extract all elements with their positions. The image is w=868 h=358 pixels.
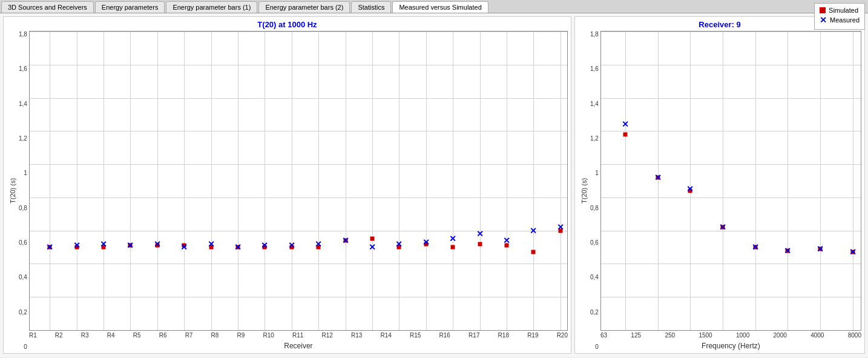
x-tick: R4: [107, 332, 115, 339]
grid-h-line: [30, 330, 567, 331]
grid-v-line: [265, 31, 265, 330]
meas-point: ✕: [503, 236, 510, 245]
meas-point: ✕: [342, 236, 349, 245]
grid-h-line: [601, 65, 861, 65]
left-x-axis-title: Receiver: [29, 340, 568, 350]
sim-point: [531, 250, 536, 254]
meas-point: ✕: [100, 240, 107, 248]
meas-point: ✕: [234, 243, 242, 251]
grid-v-line: [426, 31, 427, 330]
y-tick: 0,8: [590, 205, 599, 211]
right-plot-area: ✕✕✕✕✕✕✕✕: [600, 31, 861, 331]
left-plot-area: ✕✕✕✕✕✕✕✕✕✕✕✕✕✕✕✕✕✕✕✕: [29, 31, 568, 331]
x-tick: 125: [631, 332, 641, 339]
x-tick: R14: [381, 332, 392, 339]
grid-v-line: [533, 31, 534, 330]
left-chart-area: T(20) (s) 1,81,61,41,210,80,60,40,20 ✕✕✕…: [7, 31, 568, 350]
grid-v-line: [561, 31, 561, 330]
meas-point: ✕: [476, 230, 484, 238]
tab-3d-sources-and-receivers[interactable]: 3D Sources and Receivers: [1, 1, 94, 13]
meas-point: ✕: [261, 241, 268, 250]
x-tick: 4000: [810, 332, 824, 339]
grid-h-line: [601, 31, 861, 32]
meas-point: ✕: [154, 240, 161, 248]
left-chart: T(20) at 1000 Hz T(20) (s) 1,81,61,41,21…: [3, 16, 571, 354]
x-tick: R8: [211, 332, 219, 339]
legend-measured: ✕ Measured: [820, 16, 860, 24]
meas-point: ✕: [449, 234, 456, 243]
grid-h-line: [601, 197, 861, 198]
grid-v-line: [787, 31, 788, 330]
grid-v-line: [625, 31, 626, 330]
right-y-axis-label: T(20) (s): [578, 31, 590, 350]
grid-v-line: [77, 31, 77, 330]
meas-point: ✕: [369, 243, 376, 251]
x-tick: R11: [292, 332, 303, 339]
x-tick: R15: [410, 332, 421, 339]
tab-energy-parameters[interactable]: Energy parameters: [95, 1, 165, 13]
x-tick: 63: [600, 332, 607, 339]
grid-h-line: [601, 297, 861, 297]
grid-v-line: [820, 31, 821, 330]
y-tick: 1: [595, 170, 599, 176]
grid-h-line: [30, 231, 567, 231]
x-tick: R20: [557, 332, 568, 339]
grid-v-line: [318, 31, 319, 330]
grid-v-line: [399, 31, 399, 330]
y-tick: 1,8: [590, 31, 599, 38]
right-x-axis-labels: 6312525015001000200040008000: [600, 331, 861, 340]
grid-h-line: [30, 264, 567, 264]
meas-point: ✕: [46, 243, 53, 251]
sim-point: [623, 132, 628, 136]
y-tick: 1,6: [19, 65, 27, 72]
tab-energy-parameter-bars-(2)[interactable]: Energy parameter bars (2): [258, 1, 350, 13]
grid-v-line: [211, 31, 212, 330]
y-tick: 0,4: [590, 274, 599, 280]
meas-point: ✕: [288, 241, 295, 250]
y-tick: 0,2: [590, 309, 599, 316]
x-tick: R1: [29, 332, 37, 339]
grid-h-line: [30, 131, 567, 131]
right-y-tick-labels: 1,81,61,41,210,80,60,40,20: [590, 31, 600, 350]
meas-point: ✕: [686, 185, 694, 193]
x-tick: R6: [159, 332, 167, 339]
y-tick: 1,2: [19, 135, 27, 142]
grid-v-line: [238, 31, 238, 330]
grid-h-line: [601, 131, 861, 131]
tabs-bar: 3D Sources and ReceiversEnergy parameter…: [0, 0, 868, 13]
y-tick: 0,4: [19, 274, 27, 280]
simulated-label: Simulated: [829, 7, 858, 14]
x-tick: R3: [81, 332, 89, 339]
meas-point: ✕: [530, 227, 537, 235]
y-tick: 0,2: [19, 309, 27, 316]
x-tick: R17: [469, 332, 479, 339]
y-tick: 0,6: [590, 239, 599, 246]
tab-measured-versus-simulated[interactable]: Measured versus Simulated: [392, 1, 488, 13]
meas-point: ✕: [208, 240, 215, 248]
measured-icon: ✕: [820, 16, 827, 24]
grid-h-line: [30, 164, 567, 165]
meas-point: ✕: [817, 245, 824, 253]
right-chart-area: T(20) (s) 1,81,61,41,210,80,60,40,20 ✕✕✕…: [578, 31, 861, 350]
grid-h-line: [601, 330, 861, 331]
legend: Simulated ✕ Measured: [814, 3, 865, 30]
x-tick: R12: [322, 332, 333, 339]
left-x-axis-labels: R1R2R3R4R5R6R7R8R9R10R11R12R13R14R15R16R…: [29, 331, 568, 340]
x-tick: R10: [263, 332, 274, 339]
tab-statistics[interactable]: Statistics: [351, 1, 391, 13]
grid-h-line: [30, 197, 567, 198]
tab-energy-parameter-bars-(1)[interactable]: Energy parameter bars (1): [166, 1, 257, 13]
meas-point: ✕: [315, 240, 322, 248]
meas-point: ✕: [127, 241, 134, 250]
meas-point: ✕: [180, 243, 188, 251]
grid-v-line: [130, 31, 131, 330]
x-tick: R9: [237, 332, 245, 339]
grid-h-line: [30, 31, 567, 32]
legend-simulated: Simulated: [820, 7, 860, 14]
meas-point: ✕: [557, 223, 564, 231]
grid-h-line: [601, 164, 861, 165]
grid-v-line: [184, 31, 185, 330]
x-tick: R13: [351, 332, 362, 339]
grid-v-line: [755, 31, 756, 330]
x-tick: R18: [498, 332, 509, 339]
